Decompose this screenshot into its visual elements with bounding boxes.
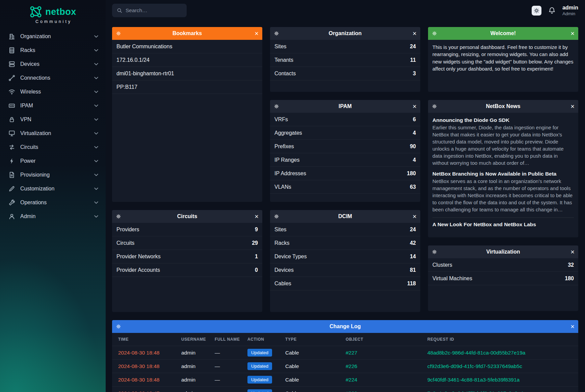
widget-config-gear-icon[interactable] bbox=[116, 31, 121, 36]
bookmark-item[interactable]: PP:B117 bbox=[112, 80, 262, 94]
changelog-request-id-link[interactable]: 9cf40fdf-3461-4c88-81a3-5feb39f8391a bbox=[427, 377, 572, 383]
widget-config-gear-icon[interactable] bbox=[274, 214, 279, 219]
widget-config-gear-icon[interactable] bbox=[274, 104, 279, 109]
bookmark-item[interactable]: Butler Communications bbox=[112, 40, 262, 53]
sidebar-item-racks[interactable]: Racks bbox=[0, 43, 106, 57]
changelog-time-link[interactable]: 2024-08-30 18:47 bbox=[118, 390, 181, 392]
widget-config-gear-icon[interactable] bbox=[274, 31, 279, 36]
widget-close-icon[interactable]: × bbox=[570, 30, 575, 37]
widget-config-gear-icon[interactable] bbox=[432, 31, 437, 36]
stat-label: Device Types bbox=[274, 254, 307, 260]
sidebar-item-provisioning[interactable]: Provisioning bbox=[0, 168, 106, 182]
changelog-row: 2024-08-30 18:48admin—UpdatedCable#22748… bbox=[112, 346, 578, 359]
changelog-request-id-link[interactable]: cf92d3e6-d09d-41fc-9fd7-52337649ab5c bbox=[427, 363, 572, 369]
changelog-table-header: TIMEUSERNAMEFULL NAMEACTIONTYPEOBJECTREQ… bbox=[112, 333, 578, 346]
sidebar-item-operations[interactable]: Operations bbox=[0, 195, 106, 209]
ipam-stats: VRFs6Aggregates4Prefixes90IP Ranges4IP A… bbox=[270, 113, 420, 194]
stat-label: Devices bbox=[274, 267, 294, 273]
topbar: admin Admin bbox=[112, 0, 578, 21]
widget-close-icon[interactable]: × bbox=[570, 323, 575, 330]
chevron-down-icon bbox=[94, 77, 98, 79]
changelog-object-link[interactable]: #223 bbox=[346, 390, 427, 392]
widget-config-gear-icon[interactable] bbox=[432, 104, 437, 109]
changelog-request-id-link[interactable]: 48ad8b2c-986d-44fd-81ca-00d55b27e19a bbox=[427, 350, 572, 356]
bookmark-item[interactable]: 172.16.0.1/24 bbox=[112, 53, 262, 67]
widget-close-icon[interactable]: × bbox=[413, 103, 417, 110]
sidebar-item-vpn[interactable]: VPN bbox=[0, 112, 106, 126]
widget-close-icon[interactable]: × bbox=[413, 30, 417, 37]
sidebar-item-label: Operations bbox=[20, 200, 94, 206]
organization-stats: Sites24Tenants11Contacts3 bbox=[270, 40, 420, 80]
sidebar-item-virtualization[interactable]: Virtualization bbox=[0, 126, 106, 140]
news-headline-link[interactable]: NetBox Branching is Now Available in Pub… bbox=[432, 171, 574, 177]
sidebar-item-label: VPN bbox=[20, 116, 94, 123]
sidebar-item-power[interactable]: Power bbox=[0, 154, 106, 168]
sidebar-item-organization[interactable]: Organization bbox=[0, 29, 106, 43]
changelog-time-link[interactable]: 2024-08-30 18:48 bbox=[118, 363, 181, 369]
widget-close-icon[interactable]: × bbox=[570, 103, 575, 110]
sidebar-item-label: Provisioning bbox=[20, 172, 94, 178]
organization-stat-row: Sites24 bbox=[270, 40, 420, 53]
stat-value: 29 bbox=[252, 240, 258, 246]
chevron-down-icon bbox=[94, 90, 98, 93]
news-headline-link[interactable]: Announcing the Diode Go SDK bbox=[432, 117, 574, 123]
changelog-object-link[interactable]: #227 bbox=[346, 350, 427, 356]
ipam-stat-row: IP Addresses180 bbox=[270, 167, 420, 180]
changelog-column-header: TIME bbox=[118, 337, 181, 342]
changelog-object-link[interactable]: #224 bbox=[346, 377, 427, 383]
widget-config-gear-icon[interactable] bbox=[432, 249, 437, 255]
changelog-request-id-link[interactable]: 7c3a4e8c-9a6d-47f8-b8f3-01c997c9e2a4 bbox=[427, 390, 572, 392]
bookmarks-list: Butler Communications172.16.0.1/24dmi01-… bbox=[112, 40, 262, 94]
bookmarks-widget-header: Bookmarks × bbox=[112, 27, 262, 40]
power-icon bbox=[8, 157, 16, 165]
netbox-logo[interactable]: netbox bbox=[0, 5, 106, 18]
news-headline-link[interactable]: A New Look For NetBox and NetBox Labs bbox=[432, 221, 574, 228]
search-box[interactable] bbox=[112, 4, 187, 17]
widget-close-icon[interactable]: × bbox=[570, 249, 575, 255]
stat-label: Contacts bbox=[274, 71, 296, 77]
sidebar-item-customization[interactable]: Customization bbox=[0, 182, 106, 195]
changelog-time-link[interactable]: 2024-08-30 18:48 bbox=[118, 377, 181, 383]
sidebar-item-label: Devices bbox=[20, 61, 94, 67]
ipam-stat-row: VLANs63 bbox=[270, 180, 420, 194]
notifications-bell-icon[interactable] bbox=[548, 7, 556, 14]
changelog-type: Cable bbox=[285, 363, 346, 369]
sidebar-item-ipam[interactable]: IPAM bbox=[0, 99, 106, 112]
widget-config-gear-icon[interactable] bbox=[116, 214, 121, 219]
stat-value: 180 bbox=[407, 171, 416, 177]
stat-value: 180 bbox=[565, 276, 574, 282]
sidebar-item-circuits[interactable]: Circuits bbox=[0, 140, 106, 154]
sidebar-item-admin[interactable]: Admin bbox=[0, 209, 106, 223]
stat-label: Aggregates bbox=[274, 130, 302, 136]
changelog-username: admin bbox=[181, 390, 215, 392]
bookmark-item[interactable]: dmi01-binghamton-rtr01 bbox=[112, 67, 262, 80]
sidebar-item-wireless[interactable]: Wireless bbox=[0, 85, 106, 99]
sidebar-item-connections[interactable]: Connections bbox=[0, 71, 106, 85]
stat-value: 11 bbox=[410, 57, 416, 63]
stat-value: 24 bbox=[410, 227, 416, 233]
theme-toggle-button[interactable] bbox=[532, 6, 541, 16]
organization-stat-row: Contacts3 bbox=[270, 67, 420, 80]
dcim-stat-row: Devices81 bbox=[270, 263, 420, 277]
circuits-icon bbox=[8, 143, 16, 151]
search-input[interactable] bbox=[126, 7, 193, 14]
changelog-full-name: — bbox=[215, 390, 247, 392]
changelog-object-link[interactable]: #226 bbox=[346, 363, 427, 369]
widget-config-gear-icon[interactable] bbox=[116, 324, 121, 329]
action-badge-updated: Updated bbox=[247, 376, 272, 384]
virtualization-stats: Clusters32Virtual Machines180 bbox=[428, 258, 578, 285]
widget-close-icon[interactable]: × bbox=[255, 213, 259, 220]
widget-title: Welcome! bbox=[428, 30, 578, 36]
stat-label: Sites bbox=[274, 227, 287, 233]
news-body-text: Earlier this summer, Diode, the data ing… bbox=[432, 124, 574, 166]
user-menu[interactable]: admin Admin bbox=[562, 4, 578, 16]
sidebar-item-devices[interactable]: Devices bbox=[0, 57, 106, 71]
widget-close-icon[interactable]: × bbox=[413, 213, 417, 220]
changelog-time-link[interactable]: 2024-08-30 18:48 bbox=[118, 350, 181, 356]
stat-value: 81 bbox=[410, 267, 416, 273]
sidebar-item-label: Wireless bbox=[20, 89, 94, 95]
widget-close-icon[interactable]: × bbox=[255, 30, 259, 37]
stat-label: IP Ranges bbox=[274, 157, 299, 163]
sidebar-item-label: Power bbox=[20, 158, 94, 164]
changelog-type: Cable bbox=[285, 377, 346, 383]
